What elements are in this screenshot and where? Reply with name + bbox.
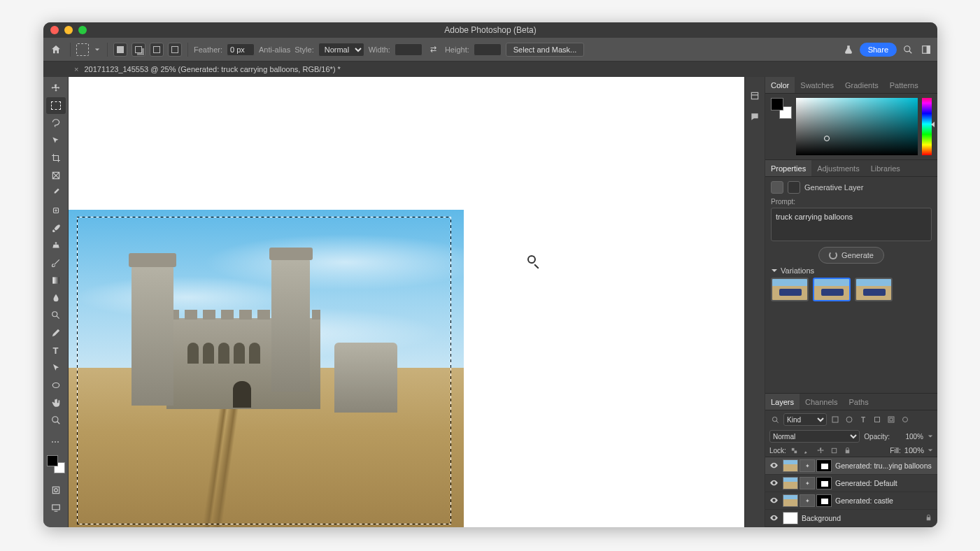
filter-pixel-icon[interactable]: [830, 414, 841, 425]
hand-tool[interactable]: [46, 394, 66, 411]
layers-panel-tabs: Layers Channels Paths: [765, 394, 937, 410]
foreground-background-colors[interactable]: [47, 455, 65, 473]
visibility-toggle-icon[interactable]: [769, 461, 779, 471]
blend-mode-select[interactable]: Normal: [769, 430, 860, 443]
tab-gradients[interactable]: Gradients: [839, 77, 884, 93]
search-icon[interactable]: [769, 414, 781, 425]
layer-row[interactable]: ✦Generated: castle: [765, 492, 937, 510]
tab-libraries[interactable]: Libraries: [865, 160, 906, 176]
lock-artboard-icon[interactable]: [830, 445, 839, 455]
hue-slider[interactable]: [922, 98, 932, 155]
quick-selection-tool[interactable]: [46, 132, 66, 149]
chevron-down-icon[interactable]: [928, 434, 933, 439]
home-button[interactable]: [48, 41, 64, 58]
lock-image-icon[interactable]: [803, 445, 813, 455]
tab-patterns[interactable]: Patterns: [884, 77, 924, 93]
tab-swatches[interactable]: Swatches: [795, 77, 839, 93]
maximize-window-button[interactable]: [78, 26, 87, 34]
filter-adjustment-icon[interactable]: [844, 414, 855, 425]
close-window-button[interactable]: [50, 26, 59, 34]
pen-tool[interactable]: [46, 324, 66, 341]
fill-value[interactable]: 100%: [904, 446, 924, 455]
color-panel-tabs: Color Swatches Gradients Patterns: [765, 77, 937, 94]
lasso-tool[interactable]: [46, 115, 66, 131]
tool-preset-icon[interactable]: [76, 43, 89, 56]
canvas-area[interactable]: [69, 77, 744, 527]
tool-preset-dropdown[interactable]: [93, 45, 101, 54]
saturation-picker[interactable]: [796, 98, 918, 155]
collapsed-panel-icon[interactable]: [748, 110, 761, 123]
opacity-label: Opacity:: [864, 433, 890, 441]
zoom-tool[interactable]: [46, 412, 66, 429]
subtract-selection-button[interactable]: [150, 43, 164, 57]
visibility-toggle-icon[interactable]: [769, 513, 779, 523]
tab-color[interactable]: Color: [765, 77, 795, 93]
filter-type-select[interactable]: Kind: [783, 413, 827, 426]
marquee-tool[interactable]: [46, 97, 66, 114]
workspace-icon[interactable]: [919, 43, 933, 57]
color-swatch-toggle[interactable]: [771, 98, 792, 119]
filter-shape-icon[interactable]: [872, 414, 883, 425]
type-tool[interactable]: T: [46, 342, 66, 359]
width-label: Width:: [369, 45, 390, 54]
visibility-toggle-icon[interactable]: [769, 478, 779, 488]
lock-position-icon[interactable]: [816, 445, 826, 455]
tab-channels[interactable]: Channels: [800, 394, 843, 410]
screen-mode-toggle[interactable]: [46, 499, 66, 516]
layer-row[interactable]: ✦Generated: tru...ying balloons: [765, 457, 937, 475]
tab-properties[interactable]: Properties: [765, 160, 811, 176]
add-selection-button[interactable]: [132, 43, 145, 57]
clone-stamp-tool[interactable]: [46, 237, 66, 254]
variations-header[interactable]: Variations: [771, 266, 932, 275]
filter-type-icon[interactable]: T: [858, 414, 869, 425]
frame-tool[interactable]: [46, 167, 66, 184]
eyedropper-tool[interactable]: [46, 185, 66, 201]
visibility-toggle-icon[interactable]: [769, 496, 779, 506]
chevron-down-icon[interactable]: [928, 448, 933, 453]
collapsed-panel-icon[interactable]: [748, 90, 761, 102]
blur-tool[interactable]: [46, 289, 66, 306]
layer-row[interactable]: ✦Generated: Default: [765, 475, 937, 492]
minimize-window-button[interactable]: [64, 26, 73, 34]
tab-layers[interactable]: Layers: [765, 394, 800, 410]
photoshop-window: Adobe Photoshop (Beta) Feather: Anti-ali…: [43, 22, 937, 527]
edit-toolbar-icon[interactable]: ⋯: [46, 434, 66, 450]
quick-mask-toggle[interactable]: [46, 482, 66, 499]
variation-thumb[interactable]: [813, 278, 851, 301]
prompt-input[interactable]: truck carrying balloons: [771, 208, 932, 241]
intersect-selection-button[interactable]: [168, 43, 182, 57]
close-tab-icon[interactable]: ×: [74, 65, 78, 73]
style-select[interactable]: Normal: [318, 43, 364, 57]
healing-brush-tool[interactable]: [46, 202, 66, 219]
path-selection-tool[interactable]: [46, 359, 66, 376]
layer-mask-thumbnail: [816, 494, 832, 507]
select-and-mask-button[interactable]: Select and Mask...: [506, 43, 585, 57]
beaker-icon[interactable]: [841, 43, 855, 57]
foreground-color-swatch[interactable]: [47, 455, 58, 466]
generate-button[interactable]: Generate: [818, 247, 884, 264]
brush-tool[interactable]: [46, 220, 66, 236]
search-icon[interactable]: [901, 43, 915, 57]
share-button[interactable]: Share: [860, 43, 897, 57]
dodge-tool[interactable]: [46, 307, 66, 324]
filter-smart-icon[interactable]: [886, 414, 897, 425]
new-selection-button[interactable]: [113, 43, 127, 57]
feather-input[interactable]: [227, 43, 255, 56]
gradient-tool[interactable]: [46, 272, 66, 289]
tab-paths[interactable]: Paths: [844, 394, 874, 410]
lock-transparency-icon[interactable]: [790, 445, 800, 455]
crop-tool[interactable]: [46, 150, 66, 166]
opacity-value[interactable]: 100%: [894, 433, 923, 441]
variation-thumb[interactable]: [855, 278, 893, 301]
layer-row[interactable]: Background: [765, 510, 937, 527]
variation-thumb[interactable]: [771, 278, 809, 301]
filter-toggle[interactable]: [900, 414, 911, 425]
history-brush-tool[interactable]: [46, 255, 66, 271]
lock-all-icon[interactable]: [843, 445, 853, 455]
shape-tool[interactable]: [46, 377, 66, 394]
tab-adjustments[interactable]: Adjustments: [811, 160, 865, 176]
variations-label: Variations: [781, 266, 814, 275]
move-tool[interactable]: [46, 80, 66, 96]
document-tab[interactable]: × 20171123_145553 @ 25% (Generated: truc…: [67, 65, 348, 73]
lock-label: Lock:: [769, 447, 786, 455]
